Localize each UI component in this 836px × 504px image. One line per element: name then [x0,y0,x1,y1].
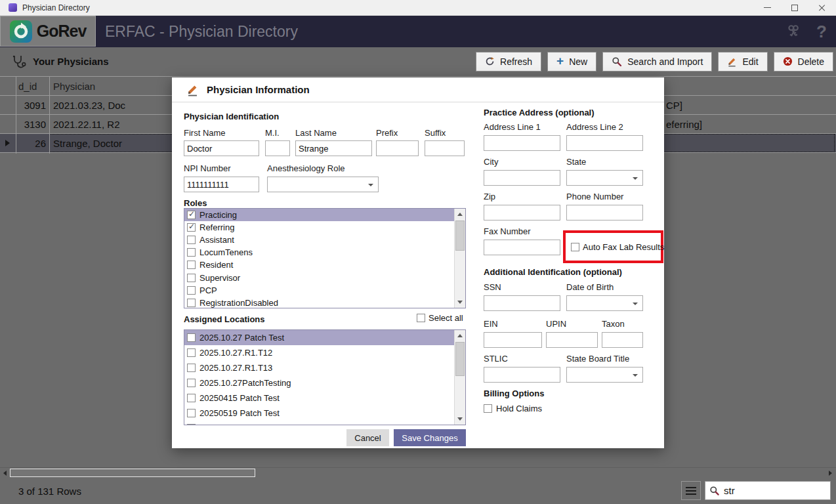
checkbox-icon[interactable] [571,243,579,251]
phone-field[interactable] [566,205,643,220]
location-item[interactable]: 20250415 Patch Test [184,390,454,406]
checkbox-icon[interactable] [187,379,196,387]
location-item[interactable]: 2025.10.27 Patch Test [184,330,454,345]
scroll-right-icon[interactable] [829,471,832,476]
mi-field[interactable] [265,140,290,156]
checked-checkbox-icon[interactable] [187,211,196,219]
taxon-field[interactable] [602,332,643,348]
checked-checkbox-icon[interactable] [187,223,196,232]
state-label: State [566,157,586,167]
maximize-button[interactable] [781,0,808,15]
scroll-left-icon[interactable] [3,471,7,476]
window-title: Physician Directory [22,3,90,12]
ssn-field[interactable] [484,295,560,311]
help-icon[interactable]: ? [816,22,827,42]
search-and-import-button[interactable]: Search and Import [602,52,712,72]
role-item[interactable]: Referring [184,221,454,234]
minimize-button[interactable] [753,0,781,15]
role-item[interactable]: Resident [184,259,454,271]
scrollbar-thumb[interactable] [10,469,255,477]
scroll-up-icon[interactable] [455,209,466,220]
role-item[interactable]: RegistrationDisabled [184,297,454,308]
suffix-field[interactable] [425,140,465,156]
scroll-down-icon[interactable] [455,297,466,308]
location-item[interactable]: 20250519 Patch Test [184,406,454,421]
section-practice-address: Practice Address (optional) [484,108,595,117]
stethoscope-icon [10,54,26,70]
delete-button[interactable]: Delete [774,52,833,72]
ein-field[interactable] [484,332,542,348]
checkbox-icon[interactable] [187,261,196,269]
role-item[interactable]: Practicing [184,209,454,221]
search-input[interactable] [724,485,816,496]
stlic-field[interactable] [484,367,560,383]
cell-d-id: 3130 [16,115,49,133]
fax-field[interactable] [484,240,560,255]
scrollbar-thumb[interactable] [455,342,465,376]
location-item[interactable]: 2025.10.27.R1.T13 [184,360,454,375]
column-header-d-id[interactable]: d_id [16,77,49,95]
cancel-button[interactable]: Cancel [346,429,389,446]
state-dropdown[interactable] [566,170,643,186]
checkbox-icon[interactable] [187,348,196,357]
new-button[interactable]: + New [547,52,596,72]
checkbox-icon[interactable] [187,394,196,402]
checkbox-icon[interactable] [187,424,196,425]
first-name-label: First Name [184,128,226,138]
checkbox-icon[interactable] [187,236,196,244]
upin-field[interactable] [546,332,598,348]
scroll-down-icon[interactable] [455,413,466,425]
edit-label: Edit [742,56,758,67]
checkbox-icon[interactable] [417,314,425,322]
role-item[interactable]: LocumTenens [184,246,454,259]
city-field[interactable] [484,170,560,186]
select-all-control[interactable]: Select all [417,313,463,323]
chevron-down-icon [633,303,638,305]
dob-dropdown[interactable] [566,295,643,311]
npi-field[interactable] [184,177,259,192]
delete-icon [783,56,793,66]
scrollbar-thumb[interactable] [455,220,465,251]
checkbox-icon[interactable] [187,248,196,257]
address1-field[interactable] [484,135,560,151]
anesthesiology-role-dropdown[interactable] [267,177,379,192]
last-name-label: Last Name [295,128,337,138]
location-item[interactable]: 2025.10.27PatchTesting [184,375,454,390]
location-item[interactable]: 2025.10.27.R1.T12 [184,345,454,360]
section-assigned-locations: Assigned Locations [184,314,265,324]
checkbox-icon[interactable] [187,274,196,282]
scroll-up-icon[interactable] [455,330,466,341]
fax-label: Fax Number [484,226,531,236]
checkbox-icon[interactable] [187,333,196,342]
checkbox-icon[interactable] [187,286,196,295]
vertical-scrollbar[interactable] [454,209,465,308]
edit-button[interactable]: Edit [718,52,767,72]
address2-field[interactable] [566,135,643,151]
role-item[interactable]: Assistant [184,234,454,246]
checkbox-icon[interactable] [187,299,196,307]
checkbox-icon[interactable] [187,409,196,417]
prefix-field[interactable] [376,140,419,156]
save-changes-button[interactable]: Save Changes [394,429,466,446]
state-board-dropdown[interactable] [566,367,643,383]
close-button[interactable] [808,0,836,15]
keys-icon[interactable] [785,23,802,40]
roles-listbox[interactable]: Practicing Referring Assistant LocumTene… [184,208,466,308]
filter-menu-button[interactable] [681,481,701,500]
grid-search-box[interactable] [705,481,831,500]
last-name-field[interactable] [295,140,372,156]
hold-claims-control[interactable]: Hold Claims [484,404,542,413]
location-item-partial[interactable] [184,421,454,425]
zip-field[interactable] [484,205,560,220]
overflow-text: eferring] [666,115,702,133]
refresh-button[interactable]: Refresh [476,52,541,72]
first-name-field[interactable] [184,140,259,156]
horizontal-scrollbar[interactable] [0,467,836,477]
role-item[interactable]: Supervisor [184,271,454,284]
checkbox-icon[interactable] [187,364,196,372]
app-icon [9,3,17,12]
checkbox-icon[interactable] [484,404,492,413]
role-item[interactable]: PCP [184,284,454,297]
vertical-scrollbar[interactable] [454,330,465,425]
assigned-locations-listbox[interactable]: 2025.10.27 Patch Test 2025.10.27.R1.T12 … [184,329,466,425]
